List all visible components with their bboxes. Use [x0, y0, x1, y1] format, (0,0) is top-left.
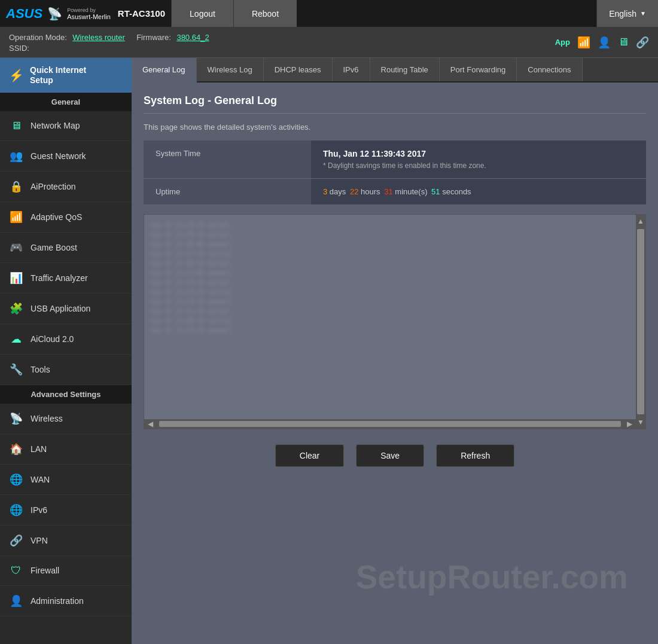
watermark: SetupRouter.com: [356, 558, 628, 596]
sidebar-label-usb-application: USB Application: [31, 304, 90, 313]
general-section-header: General: [0, 93, 132, 111]
users-icon[interactable]: 👤: [598, 36, 611, 49]
sidebar-item-adaptive-qos[interactable]: 📶 Adaptive QoS: [0, 202, 132, 233]
tab-routing-table[interactable]: Routing Table: [370, 58, 440, 81]
tab-dhcp-leases[interactable]: DHCP leases: [264, 58, 333, 81]
operation-mode-value[interactable]: Wireless router: [72, 33, 124, 42]
log-container[interactable]: Jan 12 11:39:43 kernel: ... Jan 12 11:39…: [144, 214, 646, 429]
sidebar-item-network-map[interactable]: 🖥 Network Map: [0, 111, 132, 141]
system-time-value: Thu, Jan 12 11:39:43 2017 * Daylight sav…: [311, 141, 646, 179]
tab-wireless-log[interactable]: Wireless Log: [197, 58, 264, 81]
main-content: General Log Wireless Log DHCP leases IPv…: [132, 58, 658, 644]
horizontal-scrollbar[interactable]: ◀ ▶: [144, 419, 636, 429]
info-right: App 📶 👤 🖥 🔗: [555, 36, 649, 49]
uptime-value: 3 days 22 hours 31 minute(s) 51 seconds: [311, 179, 646, 205]
system-time-label: System Time: [144, 141, 311, 179]
sidebar-item-wan[interactable]: 🌐 WAN: [0, 465, 132, 495]
uptime-minutes-value: 31: [384, 187, 392, 196]
sidebar-item-lan[interactable]: 🏠 LAN: [0, 434, 132, 465]
scroll-thumb[interactable]: [637, 229, 644, 414]
powered-by-name: Asuswrt-Merlin: [67, 13, 111, 20]
wifi-icon[interactable]: 📶: [577, 36, 590, 49]
aiprotection-icon: 🔒: [9, 180, 23, 193]
wan-icon: 🌐: [9, 473, 23, 486]
sidebar-label-firewall: Firewall: [31, 566, 59, 575]
sidebar-item-vpn[interactable]: 🔗 VPN: [0, 526, 132, 556]
sidebar-item-administration[interactable]: 👤 Administration: [0, 586, 132, 616]
app-label: App: [555, 38, 570, 47]
tab-connections[interactable]: Connections: [517, 58, 582, 81]
sidebar-label-aiprotection: AiProtection: [31, 182, 75, 191]
advanced-section-header: Advanced Settings: [0, 385, 132, 404]
scroll-up-arrow[interactable]: ▲: [635, 215, 646, 228]
sidebar-item-wireless[interactable]: 📡 Wireless: [0, 404, 132, 434]
save-button[interactable]: Save: [356, 444, 424, 467]
action-buttons: Clear Save Refresh: [144, 438, 646, 479]
language-button[interactable]: English ▼: [596, 0, 658, 27]
uptime-seconds-value: 51: [431, 187, 440, 196]
uptime-days-value: 3: [323, 187, 327, 196]
aicloud-icon: ☁: [9, 332, 23, 346]
sidebar-item-game-boost[interactable]: 🎮 Game Boost: [0, 233, 132, 263]
refresh-button[interactable]: Refresh: [436, 444, 514, 467]
system-time-row: System Time Thu, Jan 12 11:39:43 2017 * …: [144, 141, 646, 179]
traffic-analyzer-icon: 📊: [9, 271, 23, 285]
tab-port-forwarding[interactable]: Port Forwarding: [440, 58, 517, 81]
tools-icon: 🔧: [9, 363, 23, 376]
sidebar-label-wireless: Wireless: [31, 414, 63, 423]
sidebar-label-network-map: Network Map: [31, 121, 80, 130]
administration-icon: 👤: [9, 594, 23, 608]
sidebar-item-aicloud[interactable]: ☁ AiCloud 2.0: [0, 324, 132, 355]
language-label: English: [609, 9, 636, 19]
scroll-h-thumb[interactable]: [159, 421, 621, 427]
game-boost-icon: 🎮: [9, 241, 23, 254]
sidebar-item-traffic-analyzer[interactable]: 📊 Traffic Analyzer: [0, 263, 132, 294]
sidebar-label-tools: Tools: [31, 365, 50, 374]
page-description: This page shows the detailed system's ac…: [144, 123, 646, 132]
uptime-label: Uptime: [144, 179, 311, 205]
tab-general-log[interactable]: General Log: [132, 58, 197, 83]
sidebar-label-lan: LAN: [31, 444, 47, 454]
layout: ⚡ Quick InternetSetup General 🖥 Network …: [0, 58, 658, 644]
model-label: RT-AC3100: [118, 8, 165, 19]
monitor-icon[interactable]: 🖥: [618, 36, 629, 48]
header-logo: ASUS 📡 Powered by Asuswrt-Merlin RT-AC31…: [0, 6, 171, 22]
scroll-right-arrow[interactable]: ▶: [623, 419, 636, 429]
firewall-icon: 🛡: [9, 564, 23, 577]
sidebar-label-vpn: VPN: [31, 536, 48, 545]
sidebar-label-aicloud: AiCloud 2.0: [31, 334, 74, 344]
share-icon[interactable]: 🔗: [636, 36, 649, 49]
sidebar-item-tools[interactable]: 🔧 Tools: [0, 355, 132, 385]
sidebar-item-ipv6[interactable]: 🌐 IPv6: [0, 495, 132, 526]
ipv6-icon: 🌐: [9, 503, 23, 517]
tab-ipv6[interactable]: IPv6: [333, 58, 370, 81]
firmware-label: Firmware:: [136, 33, 171, 42]
firmware-value[interactable]: 380.64_2: [176, 33, 209, 42]
sidebar-item-guest-network[interactable]: 👥 Guest Network: [0, 141, 132, 172]
info-bar: Operation Mode: Wireless router Firmware…: [0, 27, 658, 58]
logout-button[interactable]: Logout: [171, 0, 233, 27]
sidebar-item-firewall[interactable]: 🛡 Firewall: [0, 556, 132, 586]
ssid-label: SSID:: [9, 44, 29, 53]
page-title: System Log - General Log: [144, 94, 646, 114]
sidebar-label-administration: Administration: [31, 596, 84, 606]
sidebar-label-game-boost: Game Boost: [31, 243, 77, 252]
usb-application-icon: 🧩: [9, 302, 23, 315]
scroll-down-arrow[interactable]: ▼: [635, 416, 646, 429]
quick-setup-label: Quick InternetSetup: [30, 65, 86, 86]
reboot-button[interactable]: Reboot: [233, 0, 297, 27]
sidebar-item-usb-application[interactable]: 🧩 USB Application: [0, 294, 132, 324]
scroll-left-arrow[interactable]: ◀: [144, 419, 157, 429]
quick-setup-item[interactable]: ⚡ Quick InternetSetup: [0, 58, 132, 93]
vpn-icon: 🔗: [9, 534, 23, 547]
asus-logo: ASUS: [6, 6, 42, 22]
sidebar-item-aiprotection[interactable]: 🔒 AiProtection: [0, 172, 132, 202]
sidebar-label-wan: WAN: [31, 475, 50, 484]
vertical-scrollbar[interactable]: ▲ ▼: [636, 215, 645, 429]
adaptive-qos-icon: 📶: [9, 210, 23, 224]
sidebar-label-guest-network: Guest Network: [31, 151, 86, 161]
info-left: Operation Mode: Wireless router Firmware…: [9, 32, 209, 53]
clear-button[interactable]: Clear: [275, 444, 344, 467]
powered-by-label: Powered by: [67, 7, 111, 13]
system-info-table: System Time Thu, Jan 12 11:39:43 2017 * …: [144, 141, 646, 205]
